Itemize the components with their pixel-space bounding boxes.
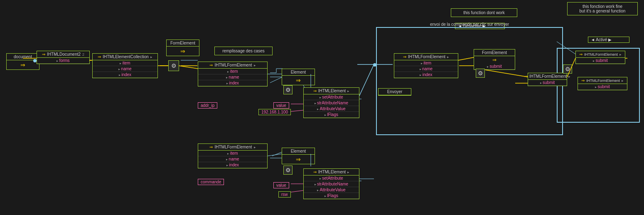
- gear-node-4: ⚙: [476, 69, 485, 78]
- svg-line-27: [268, 154, 282, 156]
- value-label-1: value: [273, 102, 289, 109]
- form-elem-arrow: ⇒: [180, 48, 185, 54]
- elem2-arrow: ⇒: [296, 156, 301, 163]
- comment-function-dont-work: this function dont work: [451, 8, 517, 17]
- elem1-arrow: ⇒: [296, 77, 301, 84]
- elem1-setattr: setAttribute: [304, 94, 359, 100]
- ihtml-form-element-node-5: ⇒ IHTMLFormElement ▸ submit: [575, 51, 625, 64]
- addr-ip-label: addr_ip: [198, 102, 217, 109]
- elem-coll-index: index: [93, 72, 157, 78]
- gear-icon-5: ⚙: [565, 66, 570, 72]
- pin-doc-left: [33, 59, 37, 62]
- elem1-attrval: AttributeValue: [304, 106, 359, 112]
- ihtml-document2-node: ⇒ IHTMLDocument2 2 forms: [37, 51, 90, 64]
- svg-line-30: [291, 190, 303, 192]
- form6-submit: submit: [578, 84, 627, 90]
- form3-name: name: [394, 66, 458, 72]
- frame-title: envoi de la commande par clic sur envoye…: [430, 22, 509, 27]
- ihtml-form-element-node-2: ⇒ IHTMLFormElement ▸ item name index: [198, 143, 268, 168]
- canvas: this function dont work this fonction wo…: [0, 0, 644, 215]
- arrow-icon: ⇒: [42, 52, 45, 57]
- ihtml-form-element-node-1: ⇒ IHTMLFormElement ▸ item name index: [198, 62, 268, 86]
- elem-coll-name: name: [93, 66, 157, 72]
- elem2-setattr: setAttribute: [304, 175, 359, 181]
- ihtml-element-node-2: ⇒ IHTMLElement ▸ setAttribute strAttribu…: [303, 168, 359, 199]
- pin-frame-left: [373, 63, 376, 67]
- form2-item: item: [198, 151, 267, 156]
- form3-item: item: [394, 60, 458, 66]
- element-node-1: Element ⇒: [282, 69, 315, 85]
- form2-index: index: [198, 162, 267, 168]
- ihtml-form-element-node-4: ⇒ IHTMLFormElement ▸ submit: [528, 73, 567, 86]
- gear-node-3: ⚙: [283, 166, 293, 175]
- rsw-value-box: rsw: [278, 191, 291, 198]
- form1-name: name: [198, 74, 267, 80]
- elem1-lflags: lFlags: [304, 112, 359, 118]
- form4-submit: submit: [528, 80, 567, 86]
- svg-line-17: [359, 64, 374, 96]
- ihtml-element-node-1: ⇒ IHTMLElement ▸ setAttribute strAttribu…: [303, 87, 359, 118]
- gear-icon-2: ⚙: [285, 86, 291, 93]
- form5-submit: submit: [576, 58, 625, 64]
- gear-icon-1: ⚙: [171, 62, 177, 69]
- envoyer-node[interactable]: Envoyer: [378, 88, 411, 96]
- form2-name: name: [198, 156, 267, 162]
- ihtml-form-element-node-6: ⇒ IHTMLFormElement ▸ submit: [578, 77, 627, 90]
- elem1-strname: strAttributeName: [304, 100, 359, 106]
- comment-remplissage: remplissage des cases: [214, 47, 273, 55]
- value-label-2: value: [273, 182, 289, 188]
- svg-line-14: [272, 152, 283, 156]
- form-element-node-2: FormElement ⇒ submit: [474, 49, 515, 70]
- gear-icon-4: ⚙: [478, 70, 483, 77]
- elem2-attrval: AttributeValue: [304, 187, 359, 193]
- ihtml-doc2-forms: forms: [37, 58, 89, 64]
- commande-label: commande: [198, 179, 224, 185]
- gear-icon-3: ⚙: [285, 167, 291, 173]
- element-node-2: Element ⇒: [282, 148, 315, 164]
- gear-node-5: ⚙: [563, 64, 572, 74]
- gear-node-2: ⚙: [283, 85, 293, 94]
- svg-line-26: [291, 110, 303, 111]
- svg-line-22: [179, 66, 198, 69]
- gear-node-1: ⚙: [168, 60, 179, 71]
- form1-index: index: [198, 80, 267, 86]
- elem2-lflags: lFlags: [304, 193, 359, 199]
- form3-index: index: [394, 72, 458, 78]
- document-icon: ⇒: [20, 62, 25, 68]
- comment-function-work-fine: this fonction work finebut it's a genera…: [567, 2, 638, 15]
- form-element-node-1: FormElement ⇒: [166, 40, 199, 56]
- ihtml-form-element-node-3: ⇒ IHTMLFormElement ▸ item name index: [394, 53, 458, 78]
- ip-value-box: 192.168.1.100: [258, 109, 291, 115]
- ihtml-element-collection-node: ⇒ IHTMLElementCollection ▸ item name ind…: [92, 53, 158, 78]
- form1-item: item: [198, 69, 267, 74]
- arrow-icon2: ⇒: [98, 54, 101, 59]
- active-dropdown[interactable]: ◄ Activé ▶: [588, 37, 629, 43]
- elem-coll-item: item: [93, 60, 157, 66]
- svg-line-5: [270, 77, 283, 83]
- elem2-strname: strAttributeName: [304, 181, 359, 187]
